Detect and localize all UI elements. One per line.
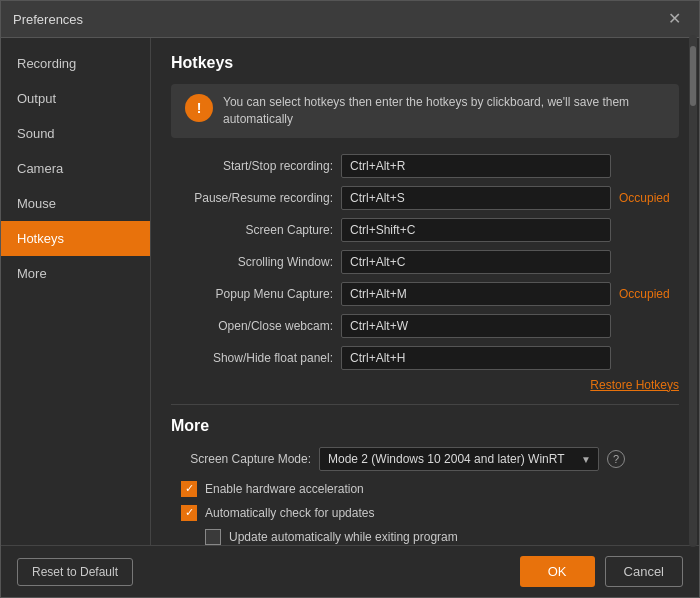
sidebar: Recording Output Sound Camera Mouse Hotk… bbox=[1, 38, 151, 545]
occupied-label-pause-resume: Occupied bbox=[619, 191, 679, 205]
checkbox-label-hw-accel: Enable hardware acceleration bbox=[205, 482, 364, 496]
hotkey-label-popup-menu: Popup Menu Capture: bbox=[171, 287, 341, 301]
hotkey-label-start-stop: Start/Stop recording: bbox=[171, 159, 341, 173]
hotkey-row-scrolling-window: Scrolling Window: bbox=[171, 250, 679, 274]
hotkey-input-scrolling-window[interactable] bbox=[341, 250, 611, 274]
more-section-title: More bbox=[171, 417, 679, 435]
hotkey-label-float-panel: Show/Hide float panel: bbox=[171, 351, 341, 365]
info-box: ! You can select hotkeys then enter the … bbox=[171, 84, 679, 138]
sidebar-item-hotkeys[interactable]: Hotkeys bbox=[1, 221, 150, 256]
info-icon: ! bbox=[185, 94, 213, 122]
restore-hotkeys-link[interactable]: Restore Hotkeys bbox=[171, 378, 679, 392]
hotkey-label-pause-resume: Pause/Resume recording: bbox=[171, 191, 341, 205]
reset-default-button[interactable]: Reset to Default bbox=[17, 558, 133, 586]
info-text: You can select hotkeys then enter the ho… bbox=[223, 94, 665, 128]
sidebar-item-mouse[interactable]: Mouse bbox=[1, 186, 150, 221]
content-area: Hotkeys ! You can select hotkeys then en… bbox=[151, 38, 699, 545]
hotkey-input-pause-resume[interactable] bbox=[341, 186, 611, 210]
scrollbar-thumb[interactable] bbox=[690, 46, 696, 106]
hotkeys-section-title: Hotkeys bbox=[171, 54, 679, 72]
scrollbar-track[interactable] bbox=[689, 35, 697, 547]
checkbox-hw-accel[interactable] bbox=[181, 481, 197, 497]
hotkey-input-float-panel[interactable] bbox=[341, 346, 611, 370]
checkbox-row-update-exit: Update automatically while exiting progr… bbox=[171, 529, 679, 545]
hotkey-input-screen-capture[interactable] bbox=[341, 218, 611, 242]
capture-mode-select-wrapper: Mode 2 (Windows 10 2004 and later) WinRT bbox=[319, 447, 599, 471]
sidebar-item-recording[interactable]: Recording bbox=[1, 46, 150, 81]
main-content: Recording Output Sound Camera Mouse Hotk… bbox=[1, 38, 699, 545]
hotkey-input-start-stop[interactable] bbox=[341, 154, 611, 178]
checkbox-label-update-exit: Update automatically while exiting progr… bbox=[229, 530, 458, 544]
cancel-button[interactable]: Cancel bbox=[605, 556, 683, 587]
hotkey-input-webcam[interactable] bbox=[341, 314, 611, 338]
hotkey-row-screen-capture: Screen Capture: bbox=[171, 218, 679, 242]
hotkey-row-float-panel: Show/Hide float panel: bbox=[171, 346, 679, 370]
titlebar: Preferences ✕ bbox=[1, 1, 699, 38]
sidebar-item-more[interactable]: More bbox=[1, 256, 150, 291]
hotkey-label-screen-capture: Screen Capture: bbox=[171, 223, 341, 237]
sidebar-item-output[interactable]: Output bbox=[1, 81, 150, 116]
checkbox-row-auto-check: Automatically check for updates bbox=[171, 505, 679, 521]
occupied-label-popup-menu: Occupied bbox=[619, 287, 679, 301]
hotkey-row-pause-resume: Pause/Resume recording: Occupied bbox=[171, 186, 679, 210]
preferences-dialog: Preferences ✕ Recording Output Sound Cam… bbox=[0, 0, 700, 598]
section-divider bbox=[171, 404, 679, 405]
bottom-bar: Reset to Default OK Cancel bbox=[1, 545, 699, 597]
capture-mode-select[interactable]: Mode 2 (Windows 10 2004 and later) WinRT bbox=[319, 447, 599, 471]
ok-button[interactable]: OK bbox=[520, 556, 595, 587]
checkbox-label-auto-check: Automatically check for updates bbox=[205, 506, 374, 520]
help-icon[interactable]: ? bbox=[607, 450, 625, 468]
hotkey-label-scrolling-window: Scrolling Window: bbox=[171, 255, 341, 269]
hotkey-row-start-stop: Start/Stop recording: bbox=[171, 154, 679, 178]
dialog-title: Preferences bbox=[13, 12, 83, 27]
sidebar-item-camera[interactable]: Camera bbox=[1, 151, 150, 186]
checkbox-update-exit[interactable] bbox=[205, 529, 221, 545]
sidebar-item-sound[interactable]: Sound bbox=[1, 116, 150, 151]
hotkey-row-webcam: Open/Close webcam: bbox=[171, 314, 679, 338]
capture-mode-row: Screen Capture Mode: Mode 2 (Windows 10 … bbox=[171, 447, 679, 471]
close-button[interactable]: ✕ bbox=[662, 9, 687, 29]
checkbox-auto-check[interactable] bbox=[181, 505, 197, 521]
hotkey-row-popup-menu: Popup Menu Capture: Occupied bbox=[171, 282, 679, 306]
hotkey-input-popup-menu[interactable] bbox=[341, 282, 611, 306]
checkbox-row-hw-accel: Enable hardware acceleration bbox=[171, 481, 679, 497]
capture-mode-label: Screen Capture Mode: bbox=[171, 452, 311, 466]
hotkey-label-webcam: Open/Close webcam: bbox=[171, 319, 341, 333]
bottom-right-buttons: OK Cancel bbox=[520, 556, 683, 587]
